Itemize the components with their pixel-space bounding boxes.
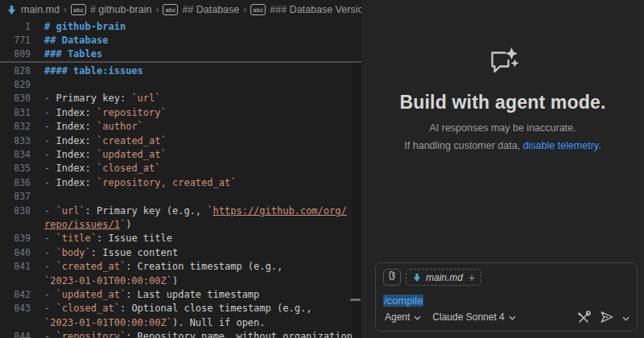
editor-line[interactable]: 844- `repository`: Repository name, with… (0, 329, 361, 338)
line-content: - `closed_at`: Optional close timestamp … (31, 303, 312, 314)
editor-pane[interactable]: main.md›abc# github-brain›abc## Database… (0, 0, 361, 338)
breadcrumb: main.md›abc# github-brain›abc## Database… (0, 0, 361, 19)
mode-label: Agent (385, 311, 410, 323)
editor-line[interactable]: 833- Index: `created_at` (0, 134, 361, 147)
line-content: ### Tables (31, 48, 102, 60)
breadcrumb-item-label: main.md (21, 4, 60, 15)
line-number: 809 (0, 48, 31, 60)
line-content: `2023-01-01T00:00:00Z`). Null if open. (31, 317, 266, 328)
line-content: - `body`: Issue content (31, 247, 178, 258)
editor-line[interactable]: 841- `created_at`: Creation timestamp (e… (0, 259, 361, 273)
breadcrumb-item[interactable]: abc### Database Versio (250, 4, 361, 15)
line-number: 841 (0, 261, 31, 272)
line-content: - Index: `repository` (31, 107, 167, 118)
send-options-chevron-icon[interactable] (622, 310, 630, 324)
chat-sparkle-icon (486, 65, 520, 79)
symbol-text-icon: abc (163, 4, 178, 15)
line-content: - Index: `author` (31, 121, 143, 132)
editor-line[interactable]: `2023-01-01T00:00:00Z`). Null if open. (0, 315, 361, 329)
line-number: 835 (0, 163, 31, 174)
send-button[interactable] (599, 311, 614, 324)
mode-picker[interactable]: Agent (385, 311, 421, 323)
line-number: 834 (0, 149, 31, 160)
breadcrumb-item-label: ## Database (182, 4, 239, 15)
welcome-disclaimer: AI responses may be inaccurate. (361, 122, 644, 134)
model-picker[interactable]: Claude Sonnet 4 (432, 311, 515, 323)
breadcrumb-separator: › (243, 4, 246, 15)
disable-telemetry-link[interactable]: disable telemetry. (523, 140, 601, 151)
line-number: 832 (0, 121, 31, 132)
sticky-line[interactable]: 809### Tables (0, 47, 361, 61)
editor-line[interactable]: 832- Index: `author` (0, 120, 361, 134)
paperclip-icon (386, 270, 398, 285)
line-content: `2023-01-01T00:00:00Z`) (31, 275, 178, 286)
line-content: - Primary key: `url` (31, 93, 161, 104)
line-content: #### table:issues (31, 65, 143, 76)
line-content: - Index: `repository, created_at` (31, 177, 236, 188)
editor-line[interactable]: 831- Index: `repository` (0, 105, 361, 119)
chat-input-box[interactable]: main.md + /compile Agent Claude Sonnet 4 (375, 262, 638, 332)
line-number: 837 (0, 191, 31, 202)
breadcrumb-item[interactable]: main.md (6, 4, 60, 15)
line-content: - Index: `closed_at` (31, 163, 161, 174)
editor-line[interactable]: 836- Index: `repository, created_at` (0, 175, 361, 189)
attach-context-button[interactable] (383, 269, 401, 286)
line-content: - `title`: Issue title (31, 233, 172, 244)
line-number: 1 (0, 21, 31, 32)
editor-line[interactable]: 837 (0, 190, 361, 204)
line-number: 839 (0, 233, 31, 244)
breadcrumb-item[interactable]: abc## Database (163, 4, 239, 15)
chat-input-field[interactable]: /compile (383, 293, 630, 307)
line-number: 829 (0, 79, 31, 90)
slash-command[interactable]: /compile (383, 295, 423, 307)
chevron-down-icon (509, 311, 516, 323)
editor-line[interactable]: 830- Primary key: `url` (0, 92, 361, 105)
editor-line[interactable]: 840- `body`: Issue content (0, 245, 361, 259)
breadcrumb-separator: › (64, 4, 67, 15)
line-content: repo/issues/1`) (31, 219, 131, 230)
line-number: 830 (0, 93, 31, 104)
line-content: - `repository`: Repository name, without… (31, 331, 353, 338)
editor-line[interactable]: 842- `updated_at`: Last update timestamp (0, 287, 361, 301)
line-content: - Index: `updated_at` (31, 149, 167, 160)
line-number: 836 (0, 177, 31, 188)
line-number: 842 (0, 289, 31, 300)
markdown-file-icon (6, 5, 17, 15)
chat-input-controls: Agent Claude Sonnet 4 (385, 310, 630, 324)
line-content: - `created_at`: Creation timestamp (e.g.… (31, 261, 283, 272)
editor-line[interactable]: `2023-01-01T00:00:00Z`) (0, 274, 361, 287)
configure-tools-button[interactable] (577, 311, 591, 324)
line-number: 828 (0, 65, 31, 76)
editor-line[interactable]: 835- Index: `closed_at` (0, 162, 361, 175)
line-number: 771 (0, 35, 31, 46)
editor-line[interactable]: 839- `title`: Issue title (0, 232, 361, 245)
line-number: 840 (0, 247, 31, 258)
editor-line[interactable]: 829 (0, 77, 361, 91)
sticky-line[interactable]: 1# github-brain (0, 19, 361, 33)
editor-line[interactable]: repo/issues/1`) (0, 217, 361, 231)
symbol-text-icon: abc (71, 4, 86, 15)
context-chip-current-file[interactable]: main.md + (406, 269, 481, 286)
breadcrumb-item[interactable]: abc# github-brain (71, 4, 151, 15)
welcome-privacy: If handling customer data, disable telem… (361, 140, 644, 151)
line-content: ## Database (31, 35, 108, 46)
line-number: 844 (0, 331, 31, 338)
sticky-scroll-headers[interactable]: 1# github-brain771## Database809### Tabl… (0, 19, 361, 63)
editor-lines[interactable]: 828#### table:issues829830- Primary key:… (0, 64, 361, 338)
editor-line[interactable]: 838- `url`: Primary key (e.g., `https://… (0, 204, 361, 217)
line-content: - `updated_at`: Last update timestamp (31, 289, 259, 300)
line-content: - Index: `created_at` (31, 135, 167, 146)
editor-line[interactable]: 834- Index: `updated_at` (0, 147, 361, 161)
line-number: 833 (0, 135, 31, 146)
editor-line[interactable]: 843- `closed_at`: Optional close timesta… (0, 302, 361, 315)
welcome-title: Build with agent mode. (361, 92, 644, 113)
editor-line[interactable]: 828#### table:issues (0, 64, 361, 77)
editor-scrollbar-thumb[interactable] (350, 299, 361, 301)
symbol-text-icon: abc (250, 4, 266, 15)
line-content: # github-brain (31, 21, 126, 32)
add-context-icon[interactable]: + (469, 272, 475, 283)
chat-panel: Build with agent mode. AI responses may … (361, 0, 644, 338)
breadcrumb-separator: › (155, 4, 159, 15)
sticky-line[interactable]: 771## Database (0, 33, 361, 47)
line-number: 843 (0, 303, 31, 314)
